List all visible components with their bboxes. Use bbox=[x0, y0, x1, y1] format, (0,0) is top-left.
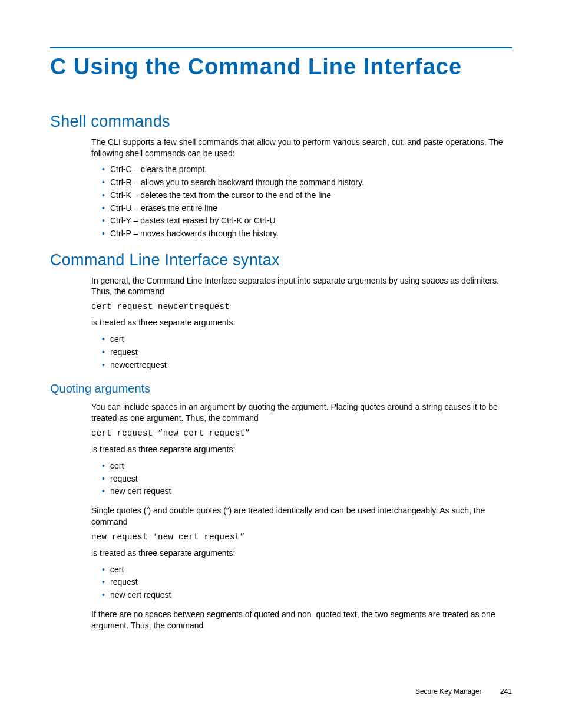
code-block: cert request newcertrequest bbox=[91, 302, 512, 311]
body-text: is treated as three separate arguments: bbox=[91, 317, 512, 328]
code-block: cert request “new cert request” bbox=[91, 429, 512, 438]
body-text: Single quotes (’) and double quotes (”) … bbox=[91, 505, 512, 528]
top-rule bbox=[50, 47, 512, 48]
shell-commands-list: Ctrl-C – clears the prompt. Ctrl-R – all… bbox=[102, 163, 512, 240]
list-item: new cert request bbox=[102, 485, 512, 498]
list-item: cert bbox=[102, 333, 512, 346]
list-item: Ctrl-P – moves backwards through the his… bbox=[102, 228, 512, 241]
page-title: C Using the Command Line Interface bbox=[50, 54, 512, 80]
arguments-list: cert request new cert request bbox=[102, 564, 512, 602]
page-footer: Secure Key Manager 241 bbox=[415, 687, 512, 696]
list-item: cert bbox=[102, 564, 512, 577]
list-item: request bbox=[102, 473, 512, 486]
body-text: If there are no spaces between segments … bbox=[91, 609, 512, 631]
list-item: cert bbox=[102, 460, 512, 473]
list-item: newcertrequest bbox=[102, 359, 512, 372]
code-block: new request ‘new cert request” bbox=[91, 532, 512, 542]
list-item: Ctrl-K – deletes the text from the curso… bbox=[102, 189, 512, 202]
list-item: Ctrl-Y – pastes text erased by Ctrl-K or… bbox=[102, 215, 512, 228]
subsection-heading-quoting: Quoting arguments bbox=[50, 382, 512, 396]
list-item: Ctrl-R – allows you to search backward t… bbox=[102, 176, 512, 189]
section-heading-shell: Shell commands bbox=[50, 113, 512, 131]
body-text: You can include spaces in an argument by… bbox=[91, 401, 512, 424]
section-heading-syntax: Command Line Interface syntax bbox=[50, 251, 512, 269]
footer-doc-title: Secure Key Manager bbox=[415, 687, 482, 696]
body-text: is treated as three separate arguments: bbox=[91, 444, 512, 455]
list-item: Ctrl-C – clears the prompt. bbox=[102, 163, 512, 176]
list-item: request bbox=[102, 576, 512, 589]
list-item: new cert request bbox=[102, 589, 512, 602]
body-text: In general, the Command Line Interface s… bbox=[91, 275, 512, 298]
arguments-list: cert request newcertrequest bbox=[102, 333, 512, 371]
list-item: request bbox=[102, 346, 512, 359]
footer-page-number: 241 bbox=[500, 687, 512, 696]
body-text: The CLI supports a few shell commands th… bbox=[91, 137, 512, 159]
arguments-list: cert request new cert request bbox=[102, 460, 512, 498]
body-text: is treated as three separate arguments: bbox=[91, 548, 512, 559]
list-item: Ctrl-U – erases the entire line bbox=[102, 202, 512, 215]
